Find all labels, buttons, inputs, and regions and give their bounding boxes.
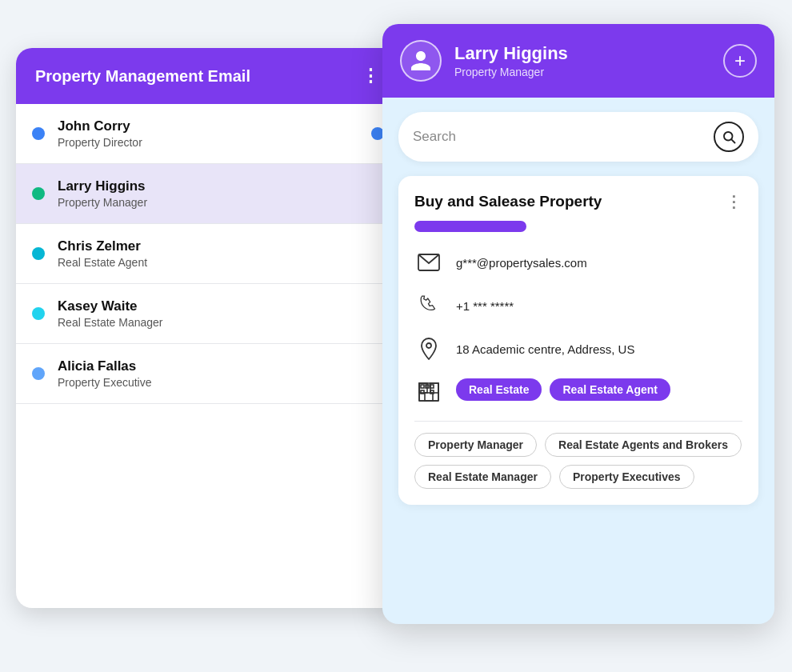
contact-card-name: Buy and Salease Property — [414, 193, 602, 210]
role-tags: Property ManagerReal Estate Agents and B… — [414, 433, 742, 489]
divider — [414, 421, 742, 422]
contact-item[interactable]: Kasey WaiteReal Estate Manager — [16, 284, 400, 344]
location-icon — [414, 334, 443, 363]
add-button[interactable]: + — [723, 44, 757, 78]
back-card-title: Property Management Email — [35, 67, 250, 86]
contact-role: Property Executive — [58, 376, 152, 389]
contact-role: Real Estate Agent — [58, 256, 147, 269]
email-row: g***@propertysales.com — [414, 248, 742, 277]
contact-name: Kasey Waite — [58, 298, 163, 314]
contact-name: Larry Higgins — [58, 178, 147, 194]
back-card: Property Management Email ⋮ John CorryPr… — [16, 48, 400, 608]
header-info: Larry Higgins Property Manager — [454, 43, 568, 78]
industry-tags-row: Real EstateReal Estate Agent — [414, 378, 742, 406]
phone-value: +1 *** ***** — [456, 299, 514, 313]
role-tag[interactable]: Property Manager — [414, 433, 537, 457]
contact-item[interactable]: Larry HigginsProperty Manager — [16, 164, 400, 224]
contact-detail-card: Buy and Salease Property ⋮ g***@property… — [398, 176, 758, 505]
contact-role: Property Director — [58, 136, 142, 149]
contact-name: Chris Zelmer — [58, 238, 147, 254]
building-icon — [414, 378, 443, 406]
contact-role: Real Estate Manager — [58, 316, 163, 329]
role-tag[interactable]: Real Estate Agents and Brokers — [545, 433, 742, 457]
search-bar: Search — [398, 112, 758, 162]
contact-list: John CorryProperty DirectorLarry Higgins… — [16, 104, 400, 404]
avatar — [400, 40, 442, 82]
contact-dot — [32, 367, 45, 380]
user-icon — [409, 49, 433, 73]
svg-rect-14 — [421, 390, 424, 394]
contact-info: John CorryProperty Director — [58, 118, 142, 149]
contact-card-menu[interactable]: ⋮ — [726, 192, 742, 211]
front-body: Search Buy and Salease Property ⋮ — [382, 98, 774, 519]
contact-role: Property Manager — [58, 196, 147, 209]
header-role: Property Manager — [454, 66, 568, 78]
contact-dot — [32, 307, 45, 320]
contact-dot — [32, 247, 45, 260]
front-card: Larry Higgins Property Manager + Search … — [382, 24, 774, 624]
search-placeholder: Search — [413, 129, 456, 145]
phone-row: +1 *** ***** — [414, 291, 742, 320]
search-button[interactable] — [714, 122, 744, 152]
svg-rect-11 — [421, 385, 424, 388]
purple-bar — [414, 221, 526, 232]
header-left: Larry Higgins Property Manager — [400, 40, 568, 82]
contact-info: Larry HigginsProperty Manager — [58, 178, 147, 209]
contact-name: John Corry — [58, 118, 142, 134]
contact-name: Alicia Fallas — [58, 358, 152, 374]
contact-dot — [32, 187, 45, 200]
header-name: Larry Higgins — [454, 43, 568, 64]
industry-tags: Real EstateReal Estate Agent — [456, 378, 670, 401]
contact-item[interactable]: Chris ZelmerReal Estate Agent — [16, 224, 400, 284]
search-icon — [722, 130, 736, 144]
address-value: 18 Academic centre, Address, US — [456, 342, 634, 356]
contact-info: Kasey WaiteReal Estate Manager — [58, 298, 163, 329]
front-card-header: Larry Higgins Property Manager + — [382, 24, 774, 98]
contact-item[interactable]: John CorryProperty Director — [16, 104, 400, 164]
contact-card-header: Buy and Salease Property ⋮ — [414, 192, 742, 211]
email-icon — [414, 248, 443, 277]
svg-line-1 — [731, 139, 734, 142]
back-card-header: Property Management Email ⋮ — [16, 48, 400, 104]
industry-tag[interactable]: Real Estate — [456, 378, 542, 401]
role-tag[interactable]: Property Executives — [559, 465, 694, 489]
role-tag[interactable]: Real Estate Manager — [414, 465, 551, 489]
svg-rect-15 — [430, 390, 434, 394]
back-card-menu-icon[interactable]: ⋮ — [362, 66, 381, 86]
contact-dot — [32, 127, 45, 140]
svg-point-3 — [426, 343, 431, 348]
contact-info: Alicia FallasProperty Executive — [58, 358, 152, 389]
svg-rect-13 — [430, 385, 434, 388]
contact-info: Chris ZelmerReal Estate Agent — [58, 238, 147, 269]
phone-icon — [414, 291, 443, 320]
contact-item[interactable]: Alicia FallasProperty Executive — [16, 344, 400, 404]
address-row: 18 Academic centre, Address, US — [414, 334, 742, 363]
email-value: g***@propertysales.com — [456, 256, 587, 270]
industry-tag[interactable]: Real Estate Agent — [550, 378, 670, 401]
